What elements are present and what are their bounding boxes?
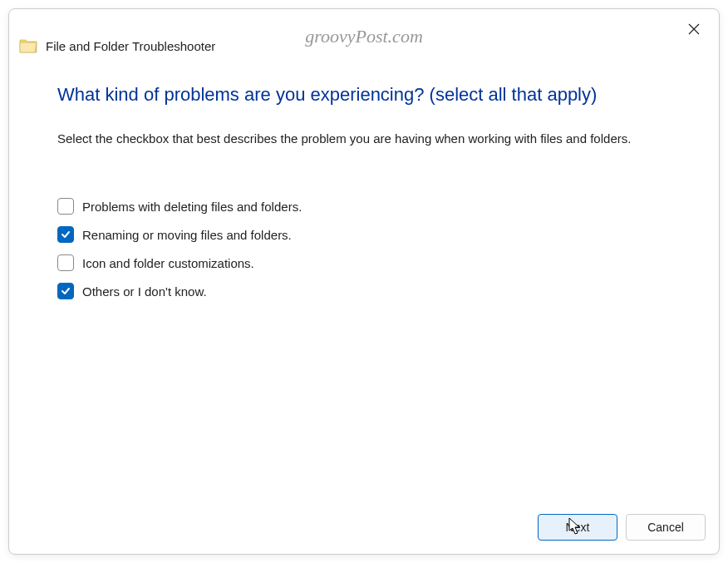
option-rename-move[interactable]: Renaming or moving files and folders.: [57, 226, 671, 243]
checkbox[interactable]: [57, 226, 74, 243]
app-title: File and Folder Troubleshooter: [46, 39, 215, 53]
option-label: Renaming or moving files and folders.: [82, 228, 292, 242]
page-heading: What kind of problems are you experienci…: [57, 84, 671, 106]
option-label: Others or I don't know.: [82, 284, 207, 299]
cancel-button[interactable]: Cancel: [626, 514, 706, 541]
checkbox[interactable]: [57, 254, 74, 271]
page-description: Select the checkbox that best describes …: [57, 129, 671, 148]
options-list: Problems with deleting files and folders…: [57, 198, 671, 299]
content-area: What kind of problems are you experienci…: [9, 61, 719, 502]
troubleshooter-dialog: groovyPost.com File and Folder Troublesh…: [8, 8, 720, 555]
checkbox[interactable]: [57, 198, 74, 215]
close-icon: [688, 23, 700, 38]
checkbox[interactable]: [57, 283, 74, 299]
folder-icon: [19, 37, 37, 54]
option-others[interactable]: Others or I don't know.: [57, 283, 671, 299]
option-label: Problems with deleting files and folders…: [82, 200, 302, 214]
close-button[interactable]: [681, 17, 707, 44]
next-button[interactable]: Next: [538, 514, 617, 541]
option-label: Icon and folder customizations.: [82, 256, 254, 270]
option-icon-customization[interactable]: Icon and folder customizations.: [57, 254, 671, 271]
footer-buttons: Next Cancel: [9, 502, 719, 554]
option-delete-problems[interactable]: Problems with deleting files and folders…: [57, 198, 671, 215]
header-row: File and Folder Troubleshooter: [9, 9, 719, 61]
